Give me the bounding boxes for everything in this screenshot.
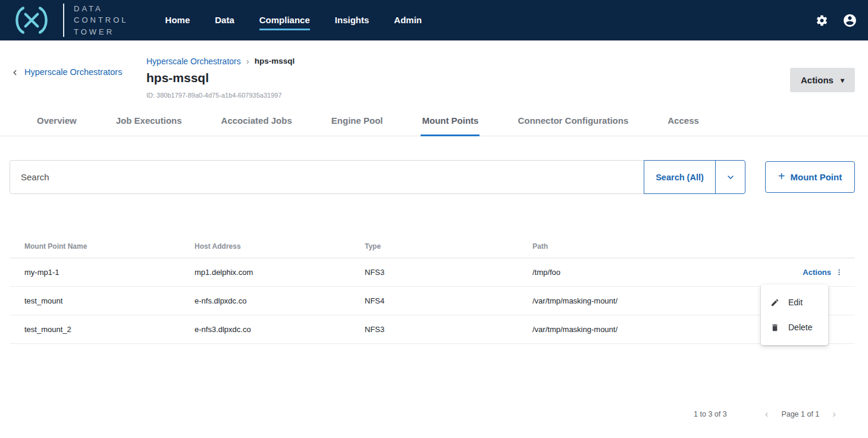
pagination-next-icon[interactable]: ›: [830, 408, 838, 420]
tab-access[interactable]: Access: [666, 112, 700, 136]
menu-item-delete-label: Delete: [788, 323, 812, 332]
back-link-label: Hyperscale Orchestrators: [24, 67, 122, 79]
nav-item-insights[interactable]: Insights: [335, 10, 369, 30]
row-actions-label: Actions: [803, 268, 831, 277]
pagination-page-label: Page 1 of 1: [781, 410, 819, 418]
breadcrumb-parent-link[interactable]: Hyperscale Orchestrators: [146, 57, 241, 66]
cell-host-address: e-nfs3.dlpxdc.co: [195, 325, 365, 334]
tab-job-executions[interactable]: Job Executions: [115, 112, 183, 136]
chevron-down-icon: [726, 173, 735, 182]
nav-item-admin[interactable]: Admin: [394, 10, 422, 30]
cell-type: NFS3: [365, 325, 532, 334]
pagination-range: 1 to 3 of 3: [694, 410, 727, 418]
cell-mount-point-name: test_mount: [24, 296, 195, 305]
topbar-right: [816, 13, 857, 28]
pagination-prev-icon[interactable]: ‹: [763, 408, 771, 420]
search-input[interactable]: [10, 160, 644, 194]
row-actions-menu: Edit Delete: [761, 284, 828, 345]
cell-host-address: mp1.delphix.com: [195, 268, 365, 277]
column-header-path: Path: [532, 242, 766, 251]
tab-bar: Overview Job Executions Accociated Jobs …: [0, 112, 868, 136]
cell-type: NFS3: [365, 268, 532, 277]
table-header-row: Mount Point Name Host Address Type Path: [10, 234, 855, 258]
search-options-toggle[interactable]: [716, 161, 745, 193]
cell-path: /var/tmp/masking-mount/: [532, 296, 766, 305]
caret-down-icon: ▾: [841, 76, 844, 85]
menu-item-edit[interactable]: Edit: [761, 290, 828, 315]
column-header-host-address: Host Address: [195, 242, 365, 251]
title-block: Hyperscale Orchestrators › hps-mssql hps…: [146, 55, 294, 99]
table-row: test_mount_2 e-nfs3.dlpxdc.co NFS3 /var/…: [10, 315, 855, 344]
chevron-left-icon: [11, 68, 19, 77]
tab-engine-pool[interactable]: Engine Pool: [330, 112, 384, 136]
actions-button[interactable]: Actions ▾: [790, 68, 855, 92]
table-row: my-mp1-1 mp1.delphix.com NFS3 /tmp/foo A…: [10, 258, 855, 287]
plus-icon: +: [778, 170, 785, 183]
trash-icon: [770, 323, 779, 332]
tab-connector-configurations[interactable]: Connector Configurations: [516, 112, 629, 136]
tab-accociated-jobs[interactable]: Accociated Jobs: [220, 112, 293, 136]
actions-button-label: Actions: [801, 75, 833, 85]
cell-mount-point-name: my-mp1-1: [24, 268, 195, 277]
breadcrumb-current: hps-mssql: [255, 57, 295, 65]
add-mount-point-button[interactable]: + Mount Point: [765, 161, 855, 193]
cell-host-address: e-nfs.dlpxdc.co: [195, 296, 365, 305]
cell-path: /var/tmp/masking-mount/: [532, 325, 766, 334]
page-header: Hyperscale Orchestrators Hyperscale Orch…: [0, 40, 868, 99]
column-header-type: Type: [365, 242, 532, 251]
primary-nav: Home Data Compliance Insights Admin: [165, 10, 422, 30]
brand-divider: [63, 4, 64, 37]
nav-item-home[interactable]: Home: [165, 10, 190, 30]
search-row: Search (All) + Mount Point: [10, 160, 855, 194]
tab-mount-points[interactable]: Mount Points: [421, 112, 480, 136]
page-id: ID: 380b1797-89a0-4d75-a1b4-607935a31997: [146, 92, 294, 99]
cell-path: /tmp/foo: [532, 268, 766, 277]
brand-wordmark: DATA CONTROL TOWER: [74, 3, 129, 38]
breadcrumb-separator-icon: ›: [246, 56, 249, 66]
pencil-icon: [770, 298, 779, 307]
row-actions-button[interactable]: Actions: [766, 268, 855, 277]
delphix-logo-icon: [7, 4, 56, 36]
column-header-mount-point-name: Mount Point Name: [24, 242, 195, 251]
settings-gear-icon[interactable]: [816, 14, 828, 27]
search-all-button[interactable]: Search (All): [644, 161, 716, 193]
menu-item-edit-label: Edit: [788, 298, 803, 307]
kebab-menu-icon: [835, 268, 843, 276]
mount-points-table: Mount Point Name Host Address Type Path …: [10, 234, 855, 344]
user-avatar-icon[interactable]: [842, 13, 857, 28]
top-navbar: DATA CONTROL TOWER Home Data Compliance …: [0, 0, 868, 40]
cell-type: NFS4: [365, 296, 532, 305]
search-button-group: Search (All): [644, 160, 745, 194]
nav-item-compliance[interactable]: Compliance: [259, 10, 310, 30]
page-title: hps-mssql: [146, 71, 294, 85]
pagination-bar: 1 to 3 of 3 ‹ Page 1 of 1 ›: [0, 408, 868, 420]
breadcrumb: Hyperscale Orchestrators › hps-mssql: [146, 56, 294, 66]
tab-overview[interactable]: Overview: [36, 112, 78, 136]
menu-item-delete[interactable]: Delete: [761, 315, 828, 340]
add-mount-point-label: Mount Point: [791, 172, 842, 182]
cell-mount-point-name: test_mount_2: [24, 325, 195, 334]
table-row: test_mount e-nfs.dlpxdc.co NFS4 /var/tmp…: [10, 287, 855, 315]
back-link[interactable]: Hyperscale Orchestrators: [11, 55, 146, 79]
nav-item-data[interactable]: Data: [215, 10, 234, 30]
